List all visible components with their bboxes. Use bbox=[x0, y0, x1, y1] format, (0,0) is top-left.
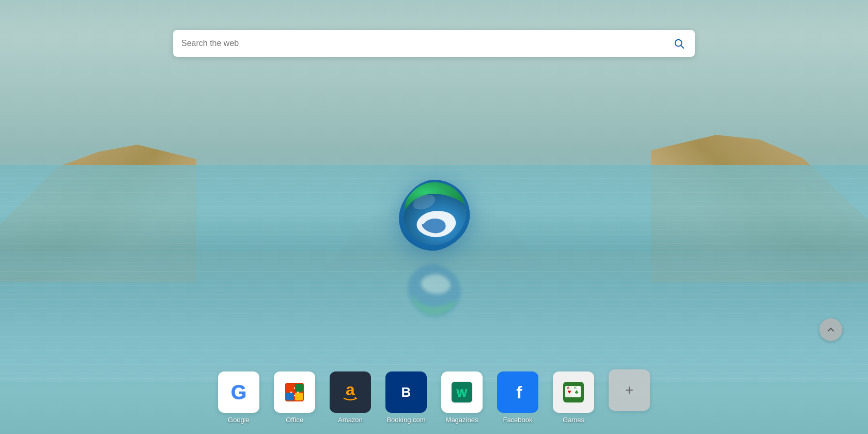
quick-link-amazon[interactable]: a Amazon bbox=[324, 371, 376, 424]
booking-icon: B bbox=[393, 379, 420, 406]
search-button[interactable] bbox=[671, 36, 687, 51]
quick-link-office[interactable]: O Office bbox=[269, 371, 320, 424]
google-label: Google bbox=[228, 416, 250, 424]
magazines-icon: W W bbox=[448, 379, 475, 406]
amazon-icon: a bbox=[337, 379, 364, 406]
svg-text:f: f bbox=[516, 382, 522, 402]
search-input[interactable] bbox=[181, 39, 671, 48]
edge-logo bbox=[393, 176, 475, 258]
games-icon: ♥ A ♣ K bbox=[560, 379, 587, 406]
games-icon-container: ♥ A ♣ K bbox=[553, 371, 594, 413]
games-label: Games bbox=[563, 416, 584, 424]
booking-icon-container: B bbox=[385, 371, 427, 413]
quick-links-bar: G G Google O Office bbox=[213, 369, 655, 424]
quick-link-magazines[interactable]: W W Magazines bbox=[436, 371, 488, 424]
search-container bbox=[173, 30, 695, 57]
svg-rect-7 bbox=[295, 384, 303, 392]
svg-text:B: B bbox=[401, 384, 411, 400]
edge-logo-container bbox=[388, 171, 481, 264]
svg-rect-9 bbox=[295, 393, 303, 400]
add-link-item: + bbox=[603, 369, 655, 424]
add-quick-link-button[interactable]: + bbox=[609, 369, 650, 411]
office-icon-container: O bbox=[274, 371, 315, 413]
svg-text:A: A bbox=[567, 385, 570, 390]
edge-logo-reflection bbox=[393, 258, 475, 320]
svg-text:a: a bbox=[346, 380, 355, 399]
office-icon: O bbox=[281, 379, 308, 406]
scroll-up-button[interactable] bbox=[819, 318, 842, 341]
amazon-icon-container: a bbox=[330, 371, 371, 413]
amazon-label: Amazon bbox=[338, 416, 363, 424]
svg-text:K: K bbox=[574, 385, 577, 390]
booking-label: Booking.com bbox=[386, 416, 425, 424]
quick-link-games[interactable]: ♥ A ♣ K Games bbox=[548, 371, 599, 424]
add-icon: + bbox=[625, 383, 633, 397]
facebook-icon-container: f bbox=[497, 371, 538, 413]
svg-rect-8 bbox=[286, 393, 294, 400]
google-g-letter: G bbox=[230, 382, 246, 402]
magazines-label: Magazines bbox=[446, 416, 478, 424]
google-icon-container: G G bbox=[218, 371, 259, 413]
quick-link-booking[interactable]: B Booking.com bbox=[380, 371, 432, 424]
magazines-icon-container: W W bbox=[441, 371, 483, 413]
svg-line-2 bbox=[681, 45, 684, 48]
facebook-icon: f bbox=[504, 379, 531, 406]
search-bar bbox=[173, 30, 695, 57]
quick-link-facebook[interactable]: f Facebook bbox=[492, 371, 544, 424]
quick-link-google[interactable]: G G Google bbox=[213, 371, 265, 424]
chevron-up-icon bbox=[826, 324, 836, 335]
svg-text:W: W bbox=[457, 386, 468, 399]
svg-rect-6 bbox=[286, 384, 294, 392]
search-icon bbox=[673, 38, 685, 49]
facebook-label: Facebook bbox=[503, 416, 532, 424]
office-label: Office bbox=[286, 416, 303, 424]
